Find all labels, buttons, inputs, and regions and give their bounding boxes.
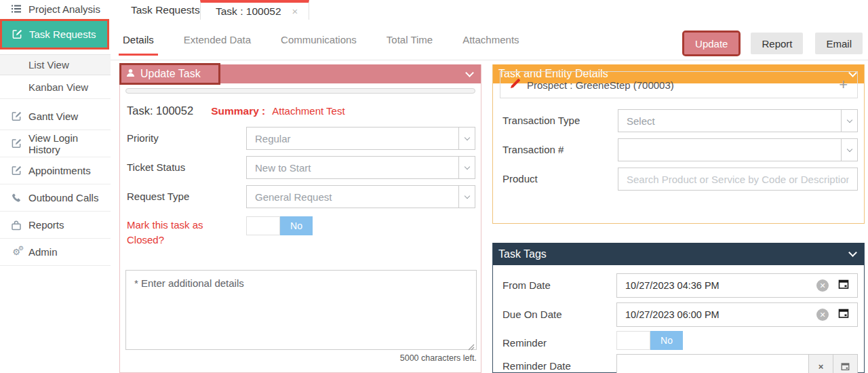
transaction-number-label: Transaction # — [502, 138, 618, 161]
update-button[interactable]: Update — [684, 33, 738, 54]
request-type-row: Request Type General Request — [127, 185, 475, 208]
sidebar-item-label: Outbound Calls — [28, 192, 98, 203]
tab-extended-data[interactable]: Extended Data — [180, 28, 255, 56]
sidebar: Project Analysis Task Requests List View… — [0, 0, 111, 373]
ticket-status-label: Ticket Status — [127, 156, 246, 179]
toggle-on-side[interactable]: No — [650, 331, 683, 350]
product-label: Product — [502, 168, 618, 191]
toggle-off-side[interactable] — [246, 216, 280, 235]
gears-icon: ⚙ ⚙ — [11, 247, 22, 257]
reminder-date-row: Reminder Date × — [502, 354, 858, 373]
additional-details-textarea[interactable] — [125, 270, 477, 350]
reminder-date-input[interactable] — [617, 355, 808, 373]
sidebar-item-label: List View — [28, 59, 69, 71]
email-button[interactable]: Email — [815, 33, 863, 54]
mark-closed-row: Mark this task as Closed? No — [127, 216, 475, 248]
sidebar-item-outbound-calls[interactable]: Outbound Calls — [0, 184, 111, 212]
priority-select[interactable]: Regular — [246, 127, 475, 150]
ticket-status-select[interactable]: New to Start — [246, 156, 475, 179]
sidebar-item-label: View Login History — [28, 132, 111, 155]
sidebar-item-label: Gantt View — [28, 111, 78, 122]
list-icon — [11, 3, 22, 14]
tab-details[interactable]: Details — [119, 28, 158, 56]
chevron-down-icon — [841, 110, 857, 132]
transaction-type-select[interactable]: Select — [618, 109, 858, 132]
from-date-field[interactable]: 10/27/2023 04:36 PM ✕ — [616, 273, 858, 298]
divider — [111, 60, 868, 60]
sidebar-item-label: Appointments — [28, 165, 91, 176]
tab-bar: Task Requests Task : 100052 × — [111, 0, 868, 20]
sidebar-item-label: Admin — [28, 246, 58, 258]
report-button[interactable]: Report — [751, 33, 803, 54]
progress-bar — [125, 88, 475, 94]
reminder-toggle[interactable]: No — [616, 331, 683, 350]
plus-icon[interactable]: + — [839, 76, 848, 94]
sidebar-item-view-login-history[interactable]: View Login History — [0, 130, 111, 157]
calendar-icon[interactable] — [838, 308, 849, 321]
sidebar-item-reports[interactable]: Reports — [0, 212, 111, 239]
calendar-icon[interactable] — [838, 279, 849, 292]
update-task-header[interactable]: Update Task — [120, 64, 481, 83]
chevron-down-icon — [458, 186, 475, 208]
pencil-icon — [510, 79, 520, 92]
sidebar-item-appointments[interactable]: Appointments — [0, 157, 111, 184]
due-date-field[interactable]: 10/27/2023 06:00 PM ✕ — [616, 302, 858, 327]
tab-task-requests[interactable]: Task Requests — [119, 0, 212, 20]
prospect-text: Prospect : GreeneStep (700003) — [527, 79, 832, 91]
mark-closed-label: Mark this task as Closed? — [127, 216, 246, 248]
tab-total-time[interactable]: Total Time — [382, 28, 437, 56]
edit-icon — [11, 165, 22, 176]
update-task-panel: Update Task Task: 100052 Summary : Attac… — [119, 64, 481, 373]
request-type-select[interactable]: General Request — [246, 185, 475, 208]
sidebar-item-project-analysis[interactable]: Project Analysis — [0, 0, 111, 18]
priority-label: Priority — [127, 127, 246, 150]
task-number: Task: 100052 — [127, 104, 193, 117]
chevron-down-icon — [458, 157, 475, 178]
close-icon[interactable]: × — [292, 5, 298, 17]
update-task-annotation: Update Task — [119, 63, 220, 85]
reminder-date-label: Reminder Date — [502, 354, 616, 373]
sidebar-item-task-requests[interactable]: Task Requests — [0, 19, 109, 50]
task-entity-panel: Task and Entity Details Prospect : Green… — [492, 64, 865, 224]
characters-left-text: 5000 characters left. — [400, 353, 477, 363]
transaction-number-row: Transaction # — [502, 138, 858, 161]
product-search-input[interactable] — [618, 168, 858, 191]
sidebar-item-gantt-view[interactable]: Gantt View — [0, 103, 111, 130]
mark-closed-toggle[interactable]: No — [246, 216, 313, 235]
clear-icon[interactable]: ✕ — [816, 279, 829, 292]
task-tags-panel: Task Tags From Date 10/27/2023 04:36 PM … — [492, 243, 865, 373]
panel-title: Update Task — [140, 68, 201, 80]
edit-icon — [11, 138, 22, 149]
tab-task-100052[interactable]: Task : 100052 × — [200, 0, 309, 20]
tab-communications[interactable]: Communications — [277, 28, 361, 56]
ticket-status-row: Ticket Status New to Start — [127, 156, 475, 179]
chevron-down-icon[interactable] — [848, 248, 857, 257]
transaction-number-select[interactable] — [618, 138, 858, 161]
priority-row: Priority Regular — [127, 127, 475, 150]
chevron-down-icon — [841, 139, 857, 161]
toggle-on-side[interactable]: No — [280, 216, 313, 235]
task-tags-header[interactable]: Task Tags — [493, 243, 864, 265]
bag-icon — [11, 220, 22, 231]
task-summary-line: Task: 100052 Summary : Attachment Test — [127, 104, 481, 117]
sidebar-item-admin[interactable]: ⚙ ⚙ Admin — [0, 239, 111, 266]
clear-icon[interactable]: × — [808, 355, 833, 373]
chevron-down-icon[interactable] — [465, 68, 474, 77]
toggle-off-side[interactable] — [616, 331, 650, 350]
sidebar-item-label: Kanban View — [28, 81, 88, 93]
prospect-box[interactable]: Prospect : GreeneStep (700003) + — [500, 71, 858, 98]
edit-icon — [11, 111, 22, 121]
tab-attachments[interactable]: Attachments — [458, 28, 523, 56]
panel-title: Task Tags — [498, 248, 547, 260]
sidebar-item-list-view[interactable]: List View — [0, 54, 111, 75]
due-date-value: 10/27/2023 06:00 PM — [625, 309, 807, 320]
sidebar-item-label: Reports — [28, 219, 64, 231]
sidebar-item-label: Task Requests — [29, 28, 96, 40]
sidebar-item-kanban-view[interactable]: Kanban View — [0, 75, 111, 99]
calendar-icon[interactable] — [833, 355, 857, 373]
resize-handle-icon[interactable] — [468, 341, 475, 353]
chevron-down-icon — [458, 127, 475, 149]
summary-value: Attachment Test — [272, 105, 344, 117]
clear-icon[interactable]: ✕ — [816, 309, 829, 321]
transaction-type-label: Transaction Type — [502, 109, 618, 132]
